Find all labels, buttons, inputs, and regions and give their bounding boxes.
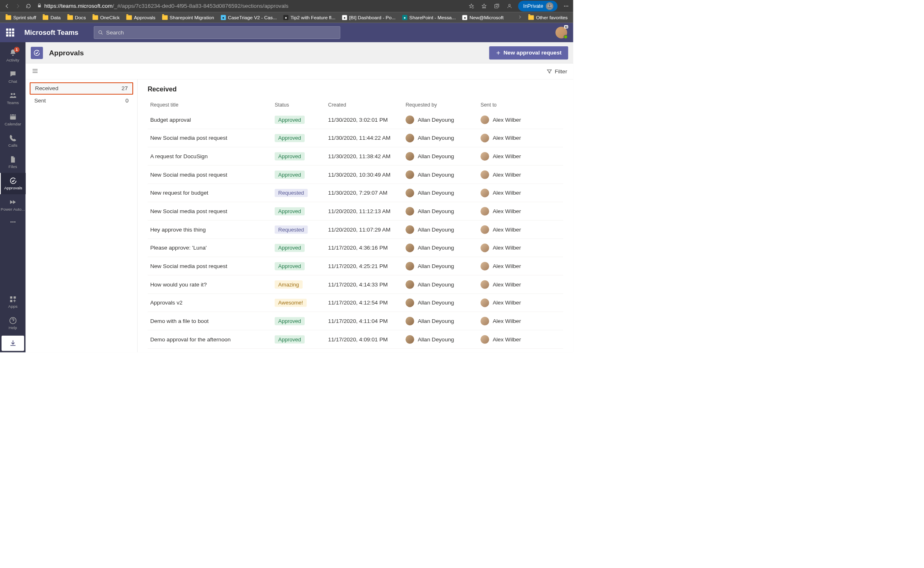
cell-title: Demo with a file to boot	[150, 318, 275, 324]
bookmark-item[interactable]: Sprint stuff	[3, 13, 38, 22]
table-row[interactable]: Approvals v2 Awesome! 11/17/2020, 4:12:5…	[147, 294, 563, 312]
table-row[interactable]: Hey approve this thing Requested 11/20/2…	[147, 220, 563, 239]
search-input[interactable]	[106, 29, 336, 36]
bookmark-item[interactable]: ●New@Microsoft	[460, 13, 506, 22]
avatar	[480, 152, 489, 161]
search-box[interactable]	[94, 26, 340, 39]
cell-sentto: Alex Wilber	[480, 225, 560, 234]
calls-icon	[9, 134, 17, 142]
table-row[interactable]: Budget approval Approved 11/30/2020, 3:0…	[147, 111, 563, 129]
rail-item-chat[interactable]: Chat	[0, 66, 26, 87]
folder-sent[interactable]: Sent0	[30, 95, 134, 107]
cell-requester: Allan Deyoung	[405, 243, 480, 252]
inprivate-badge[interactable]: InPrivate	[518, 1, 557, 11]
browser-toolbar: https://teams.microsoft.com/_#/apps/7c31…	[0, 0, 573, 12]
collections-icon[interactable]	[493, 2, 501, 10]
refresh-button[interactable]	[25, 2, 33, 10]
avatar	[405, 243, 414, 252]
svg-rect-18	[10, 300, 12, 302]
favicon-icon: ●	[402, 15, 407, 20]
avatar	[405, 189, 414, 197]
bookmark-item[interactable]: ●[BI] Dashboard - Po...	[340, 13, 398, 22]
avatar	[405, 170, 414, 179]
cell-created: 11/20/2020, 11:07:29 AM	[328, 226, 405, 233]
cell-requester: Allan Deyoung	[405, 317, 480, 325]
table-area: Received Request title Status Created Re…	[138, 80, 573, 352]
table-row[interactable]: New request for budget Requested 11/30/2…	[147, 184, 563, 202]
rail-item-activity[interactable]: 1Activity	[0, 45, 26, 66]
folder-received[interactable]: Received27	[30, 82, 134, 95]
bookmark-item[interactable]: Data	[40, 13, 63, 22]
url-text: https://teams.microsoft.com/_#/apps/7c31…	[44, 3, 288, 9]
download-app-button[interactable]	[2, 336, 24, 351]
table-row[interactable]: New Social media post request Approved 1…	[147, 202, 563, 220]
hamburger-menu-icon[interactable]	[32, 68, 38, 75]
col-header-sentto[interactable]: Sent to	[480, 102, 560, 108]
col-header-created[interactable]: Created	[328, 102, 405, 108]
rail-item-calendar[interactable]: Calendar	[0, 109, 26, 130]
rail-item-powerauto[interactable]: Power Auto...	[0, 194, 26, 216]
cell-sentto: Alex Wilber	[480, 207, 560, 216]
favorites-icon[interactable]	[480, 2, 488, 10]
table-row[interactable]: New Social media post request Approved 1…	[147, 129, 563, 148]
col-header-requester[interactable]: Requested by	[405, 102, 480, 108]
avatar	[480, 134, 489, 142]
avatar	[480, 225, 489, 234]
bookmarks-overflow-icon[interactable]	[516, 15, 524, 20]
rail-item-teams[interactable]: Teams	[0, 87, 26, 109]
bookmark-item[interactable]: ●CaseTriage V2 - Cas...	[218, 13, 279, 22]
bookmark-item[interactable]: ●SharePoint - Messa...	[400, 13, 458, 22]
table-heading: Received	[147, 85, 563, 93]
new-approval-request-button[interactable]: New approval request	[489, 46, 568, 59]
bookmark-item[interactable]: OneClick	[90, 13, 122, 22]
table-row[interactable]: New Social media post request Approved 1…	[147, 166, 563, 184]
profile-icon[interactable]	[505, 2, 514, 10]
app-launcher-icon[interactable]	[6, 28, 14, 36]
cell-requester: Allan Deyoung	[405, 134, 480, 142]
lock-icon	[37, 3, 42, 9]
page-header: Approvals New approval request	[26, 42, 573, 64]
rail-more[interactable]	[0, 216, 26, 228]
rail-help[interactable]: Help	[0, 313, 26, 334]
user-avatar[interactable]: RI	[555, 27, 567, 39]
svg-point-5	[564, 6, 565, 7]
table-row[interactable]: Please approve: 'Luna' Approved 11/17/20…	[147, 239, 563, 257]
favicon-icon: ●	[342, 15, 347, 20]
page-title: Approvals	[49, 49, 489, 57]
table-row[interactable]: A request for DocuSign Approved 11/30/20…	[147, 147, 563, 166]
back-button[interactable]	[3, 2, 11, 10]
cell-created: 11/17/2020, 4:09:01 PM	[328, 336, 405, 343]
avatar	[480, 170, 489, 179]
rail-item-approvals[interactable]: Approvals	[0, 173, 26, 194]
col-header-title[interactable]: Request title	[150, 102, 275, 108]
forward-button[interactable]	[14, 2, 22, 10]
other-favorites[interactable]: Other favorites	[526, 13, 570, 22]
bookmark-item[interactable]: Sharepoint Migration	[159, 13, 217, 22]
table-row[interactable]: Demo approval for the afternoon Approved…	[147, 330, 563, 349]
rail-item-files[interactable]: Files	[0, 152, 26, 173]
cell-created: 11/17/2020, 4:11:04 PM	[328, 318, 405, 324]
bookmark-item[interactable]: Docs	[65, 13, 88, 22]
bookmark-item[interactable]: Approvals	[124, 13, 158, 22]
more-menu-icon[interactable]	[562, 2, 570, 10]
favorite-star-icon[interactable]: +	[467, 2, 476, 10]
cell-sentto: Alex Wilber	[480, 335, 560, 343]
cell-sentto: Alex Wilber	[480, 298, 560, 307]
filter-button[interactable]: Filter	[547, 68, 567, 75]
download-icon	[9, 339, 17, 347]
approvals-app-icon	[31, 47, 43, 59]
table-row[interactable]: New Social media post request Approved 1…	[147, 257, 563, 275]
approvals-icon	[9, 177, 17, 184]
col-header-status[interactable]: Status	[275, 102, 328, 108]
cell-title: Please approve: 'Luna'	[150, 245, 275, 251]
rail-apps[interactable]: Apps	[0, 291, 26, 313]
address-bar[interactable]: https://teams.microsoft.com/_#/apps/7c31…	[35, 3, 465, 9]
svg-point-8	[99, 31, 102, 34]
avatar	[480, 280, 489, 289]
table-row[interactable]: Demo with a file to boot Approved 11/17/…	[147, 312, 563, 330]
avatar	[405, 134, 414, 142]
cell-created: 11/30/2020, 11:38:42 AM	[328, 153, 405, 159]
rail-item-calls[interactable]: Calls	[0, 130, 26, 152]
bookmark-item[interactable]: ●Tip2 with Feature fl...	[281, 13, 338, 22]
table-row[interactable]: How would you rate it? Amazing 11/17/202…	[147, 275, 563, 294]
